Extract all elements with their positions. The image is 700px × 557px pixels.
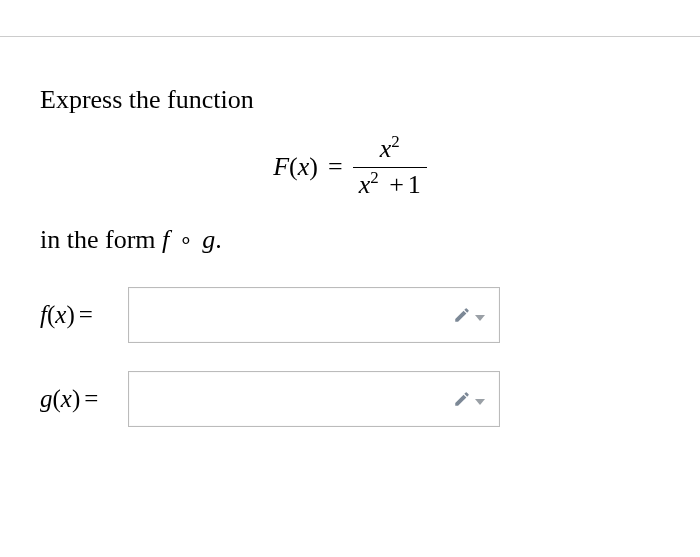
label-f-fn: f <box>40 301 47 328</box>
equation-fraction: x2 x2 +1 <box>353 135 427 199</box>
prompt-line-2: in the form f ∘ g. <box>40 225 660 255</box>
numerator-var: x <box>380 134 392 163</box>
denom-var: x <box>359 170 371 199</box>
input-row-f: f(x)= <box>40 287 660 343</box>
question-content: Express the function F(x) = x2 x2 +1 in … <box>0 37 700 427</box>
label-f: f(x)= <box>40 301 128 329</box>
equation-lhs-var: x <box>298 152 310 181</box>
label-f-var: x <box>55 301 66 328</box>
input-f[interactable] <box>128 287 500 343</box>
denom-plus: + <box>385 170 408 199</box>
label-g: g(x)= <box>40 385 128 413</box>
label-g-fn: g <box>40 385 53 412</box>
numerator-exp: 2 <box>391 132 399 151</box>
prompt-line-1: Express the function <box>40 85 660 115</box>
denom-exp: 2 <box>370 168 378 187</box>
edit-icon[interactable] <box>453 306 485 324</box>
form-prefix: in the form <box>40 225 162 254</box>
equation-lhs-fn: F <box>273 152 289 181</box>
equation-equals: = <box>328 152 343 182</box>
edit-icon[interactable] <box>453 390 485 408</box>
equation-display: F(x) = x2 x2 +1 <box>40 135 660 199</box>
label-f-eq: = <box>75 301 93 328</box>
chevron-down-icon <box>475 315 485 321</box>
chevron-down-icon <box>475 399 485 405</box>
denom-const: 1 <box>408 170 421 199</box>
compose-op: ∘ <box>176 227 196 252</box>
label-g-var: x <box>61 385 72 412</box>
input-g[interactable] <box>128 371 500 427</box>
input-row-g: g(x)= <box>40 371 660 427</box>
compose-g: g <box>202 225 215 254</box>
label-g-eq: = <box>80 385 98 412</box>
compose-period: . <box>215 225 222 254</box>
compose-f: f <box>162 225 169 254</box>
